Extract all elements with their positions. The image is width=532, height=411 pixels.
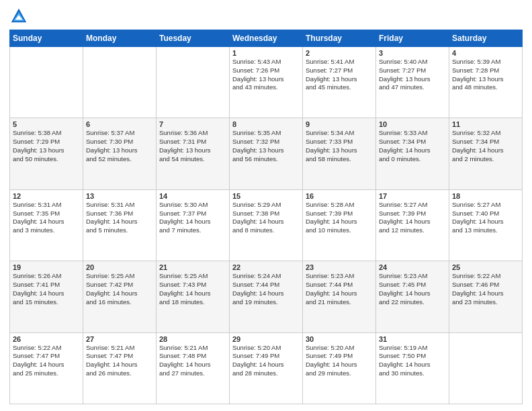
cell-info: Daylight: 14 hours: [86, 361, 153, 369]
cell-info: and 0 minutes.: [379, 155, 446, 164]
day-number: 25: [452, 263, 519, 271]
cell-info: Daylight: 13 hours: [86, 146, 153, 155]
cell-info: and 16 minutes.: [86, 298, 153, 307]
cell-info: Daylight: 14 hours: [452, 289, 519, 298]
day-number: 15: [232, 192, 300, 200]
cell-info: and 5 minutes.: [86, 226, 153, 235]
cell-info: Daylight: 14 hours: [159, 218, 226, 226]
cell-info: Sunrise: 5:36 AM: [159, 129, 226, 138]
cell-info: and 56 minutes.: [232, 155, 300, 164]
cell-info: and 22 minutes.: [379, 298, 446, 307]
logo: [9, 7, 31, 26]
cell-info: and 50 minutes.: [13, 155, 80, 164]
day-number: 28: [159, 335, 226, 343]
calendar-cell: [10, 47, 83, 118]
cell-info: Sunrise: 5:27 AM: [452, 201, 519, 210]
cell-info: Sunrise: 5:20 AM: [306, 344, 373, 353]
cell-info: Daylight: 13 hours: [379, 75, 446, 84]
cell-info: Sunrise: 5:40 AM: [379, 58, 446, 66]
day-number: 20: [86, 263, 153, 271]
calendar-cell: 12Sunrise: 5:31 AMSunset: 7:35 PMDayligh…: [10, 189, 83, 261]
cell-info: Daylight: 14 hours: [13, 289, 80, 298]
cell-info: Daylight: 13 hours: [232, 146, 300, 155]
cell-info: Daylight: 13 hours: [159, 146, 226, 155]
day-number: 31: [379, 335, 446, 343]
cell-info: Sunrise: 5:43 AM: [232, 58, 300, 66]
cell-info: Sunrise: 5:32 AM: [452, 129, 519, 138]
cell-info: and 45 minutes.: [306, 83, 373, 92]
cell-info: Sunrise: 5:26 AM: [13, 272, 80, 281]
cell-info: Sunrise: 5:37 AM: [86, 129, 153, 138]
cell-info: and 47 minutes.: [379, 83, 446, 92]
cell-info: and 27 minutes.: [159, 369, 226, 378]
cell-info: Sunrise: 5:38 AM: [13, 129, 80, 138]
cell-info: Daylight: 14 hours: [306, 289, 373, 298]
cell-info: Daylight: 14 hours: [379, 218, 446, 226]
calendar-cell: 27Sunrise: 5:21 AMSunset: 7:47 PMDayligh…: [83, 332, 157, 404]
calendar-cell: 31Sunrise: 5:19 AMSunset: 7:50 PMDayligh…: [376, 332, 449, 404]
day-number: 11: [452, 120, 519, 128]
cell-info: Sunset: 7:41 PM: [13, 281, 80, 289]
cell-info: Sunset: 7:31 PM: [159, 138, 226, 146]
cell-info: Sunrise: 5:28 AM: [306, 201, 373, 210]
cell-info: and 28 minutes.: [232, 369, 300, 378]
calendar-header-row: SundayMondayTuesdayWednesdayThursdayFrid…: [10, 30, 523, 47]
calendar-cell: 21Sunrise: 5:25 AMSunset: 7:43 PMDayligh…: [157, 261, 230, 332]
cell-info: Daylight: 13 hours: [452, 75, 519, 84]
calendar-cell: 18Sunrise: 5:27 AMSunset: 7:40 PMDayligh…: [449, 189, 523, 261]
cell-info: Sunset: 7:34 PM: [452, 138, 519, 146]
cell-info: Sunset: 7:45 PM: [379, 281, 446, 289]
cell-info: Sunset: 7:43 PM: [159, 281, 226, 289]
cell-info: Sunrise: 5:31 AM: [13, 201, 80, 210]
day-number: 22: [232, 263, 300, 271]
cell-info: and 54 minutes.: [159, 155, 226, 164]
cell-info: Sunset: 7:27 PM: [306, 66, 373, 75]
day-number: 27: [86, 335, 153, 343]
cell-info: Sunrise: 5:27 AM: [379, 201, 446, 210]
calendar-cell: 9Sunrise: 5:34 AMSunset: 7:33 PMDaylight…: [303, 118, 376, 189]
calendar-cell: 15Sunrise: 5:29 AMSunset: 7:38 PMDayligh…: [230, 189, 303, 261]
day-number: 14: [159, 192, 226, 200]
cell-info: and 18 minutes.: [159, 298, 226, 307]
calendar-header-friday: Friday: [376, 30, 449, 47]
calendar-week-4: 26Sunrise: 5:22 AMSunset: 7:47 PMDayligh…: [10, 332, 523, 404]
cell-info: and 10 minutes.: [306, 226, 373, 235]
cell-info: Sunrise: 5:30 AM: [159, 201, 226, 210]
cell-info: and 13 minutes.: [452, 226, 519, 235]
cell-info: Sunset: 7:44 PM: [232, 281, 300, 289]
cell-info: Sunset: 7:47 PM: [86, 352, 153, 361]
cell-info: Sunrise: 5:25 AM: [159, 272, 226, 281]
cell-info: Daylight: 14 hours: [13, 361, 80, 369]
cell-info: Sunset: 7:42 PM: [86, 281, 153, 289]
cell-info: Sunset: 7:49 PM: [232, 352, 300, 361]
day-number: 12: [13, 192, 80, 200]
day-number: 1: [232, 49, 300, 57]
calendar-header-tuesday: Tuesday: [157, 30, 230, 47]
calendar-cell: 22Sunrise: 5:24 AMSunset: 7:44 PMDayligh…: [230, 261, 303, 332]
cell-info: Sunrise: 5:21 AM: [159, 344, 226, 353]
cell-info: Sunset: 7:27 PM: [379, 66, 446, 75]
calendar-cell: 30Sunrise: 5:20 AMSunset: 7:49 PMDayligh…: [303, 332, 376, 404]
cell-info: and 48 minutes.: [452, 83, 519, 92]
calendar-week-0: 1Sunrise: 5:43 AMSunset: 7:26 PMDaylight…: [10, 47, 523, 118]
day-number: 4: [452, 49, 519, 57]
day-number: 21: [159, 263, 226, 271]
calendar-cell: [157, 47, 230, 118]
cell-info: and 21 minutes.: [306, 298, 373, 307]
cell-info: Daylight: 14 hours: [232, 289, 300, 298]
day-number: 29: [232, 335, 300, 343]
cell-info: and 12 minutes.: [379, 226, 446, 235]
calendar-cell: 8Sunrise: 5:35 AMSunset: 7:32 PMDaylight…: [230, 118, 303, 189]
cell-info: Sunset: 7:49 PM: [306, 352, 373, 361]
logo-icon: [9, 7, 28, 26]
calendar-cell: 28Sunrise: 5:21 AMSunset: 7:48 PMDayligh…: [157, 332, 230, 404]
day-number: 23: [306, 263, 373, 271]
cell-info: Sunset: 7:26 PM: [232, 66, 300, 75]
cell-info: Sunset: 7:36 PM: [86, 210, 153, 218]
cell-info: Sunset: 7:34 PM: [379, 138, 446, 146]
calendar-header-monday: Monday: [83, 30, 157, 47]
cell-info: Sunrise: 5:41 AM: [306, 58, 373, 66]
calendar-cell: 25Sunrise: 5:22 AMSunset: 7:46 PMDayligh…: [449, 261, 523, 332]
calendar-cell: 13Sunrise: 5:31 AMSunset: 7:36 PMDayligh…: [83, 189, 157, 261]
cell-info: and 29 minutes.: [306, 369, 373, 378]
